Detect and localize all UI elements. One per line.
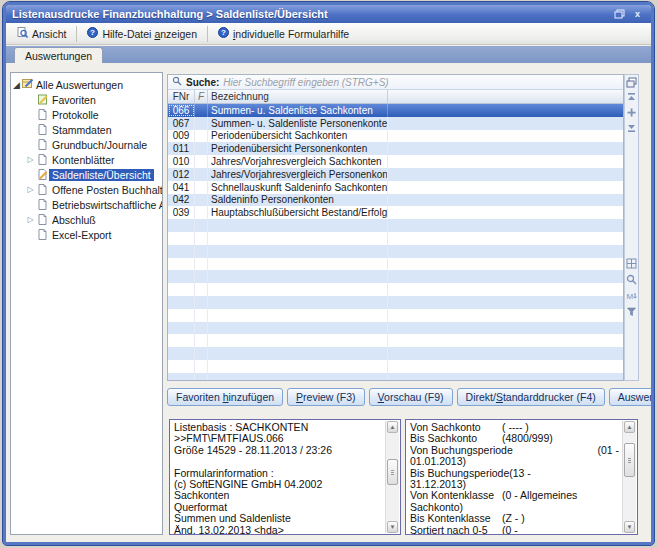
- windows-icon[interactable]: [626, 77, 637, 88]
- column-header-bezeichnung[interactable]: Bezeichnung: [208, 90, 388, 103]
- cell-fnr: [168, 309, 195, 322]
- table-row-empty[interactable]: [168, 258, 623, 271]
- tree-item-kontenblätter[interactable]: ▷Kontenblätter: [11, 152, 162, 167]
- table-row-empty[interactable]: [168, 309, 623, 322]
- help-icon: ?: [87, 27, 98, 40]
- info-label: Bis Kontenklasse: [410, 513, 502, 524]
- table-row-empty[interactable]: [168, 334, 623, 347]
- zoom-icon[interactable]: [626, 274, 637, 285]
- table-row-empty[interactable]: [168, 232, 623, 245]
- cell-bezeichnung: [208, 283, 388, 296]
- table-header[interactable]: FNr F Bezeichnung: [168, 90, 623, 104]
- cell-bezeichnung: [208, 360, 388, 373]
- table-row[interactable]: 010Jahres/Vorjahresvergleich Sachkonten: [168, 155, 623, 168]
- table-row[interactable]: 041Schnellauskunft Saldeninfo Sachkonten: [168, 181, 623, 194]
- tree-expanded-icon[interactable]: ◢: [11, 80, 22, 90]
- tree-item-stammdaten[interactable]: Stammdaten: [11, 122, 162, 137]
- table-row[interactable]: 039Hauptabschlußübersicht Bestand/Erfolg: [168, 206, 623, 219]
- cell-filler: [388, 142, 623, 155]
- cell-bezeichnung: Summen- u. Saldenliste Personenkonten: [208, 117, 388, 130]
- table-row[interactable]: 067Summen- u. Saldenliste Personenkonten: [168, 117, 623, 130]
- preview-f3--button[interactable]: Preview (F3): [287, 388, 365, 406]
- restore-icon[interactable]: [612, 8, 627, 21]
- cell-f: [195, 168, 208, 181]
- table-row[interactable]: 066Summen- u. Saldenliste Sachkonten: [168, 104, 623, 117]
- column-header-f[interactable]: F: [195, 90, 208, 103]
- toolbar-button-hilfe-datei-anzeigen[interactable]: ?Hilfe-Datei anzeigen: [80, 24, 204, 43]
- tree-item-label: Alle Auswertungen: [33, 79, 126, 91]
- scroll-bottom-icon[interactable]: [626, 122, 637, 133]
- toolbar-button-individuelle-formularhilfe[interactable]: ?individuelle Formularhilfe: [211, 24, 356, 43]
- scroll-top-icon[interactable]: [626, 92, 637, 103]
- table-row-empty[interactable]: [168, 219, 623, 232]
- table-row-empty[interactable]: [168, 347, 623, 360]
- tree-item-protokolle[interactable]: Protokolle: [11, 107, 162, 122]
- cell-f: [195, 258, 208, 271]
- selection-info-scrollbar[interactable]: ▲ ▼: [622, 421, 636, 533]
- table-row-empty[interactable]: [168, 283, 623, 296]
- column-header-fnr[interactable]: FNr: [168, 90, 195, 103]
- table-row-empty[interactable]: [168, 296, 623, 309]
- tree-item-saldenliste-übersicht[interactable]: Saldenliste/Übersicht: [11, 167, 162, 182]
- auswertung-drucken-button[interactable]: Auswertung drucken: [609, 388, 654, 406]
- tree-collapsed-icon[interactable]: ▷: [25, 155, 36, 164]
- cell-bezeichnung: [208, 232, 388, 245]
- close-icon[interactable]: x: [630, 8, 645, 21]
- tree-item-favoriten[interactable]: Favoriten: [11, 92, 162, 107]
- cell-bezeichnung: [208, 245, 388, 258]
- sort-icon[interactable]: M: [626, 290, 637, 301]
- search-bar[interactable]: Suche: Hier Suchbegriff eingeben (STRG+S…: [168, 75, 623, 90]
- cell-f: [195, 283, 208, 296]
- cell-f: [195, 206, 208, 219]
- page-icon: [36, 139, 49, 150]
- info-line: Sortiert nach 0-5(0 -: [410, 525, 621, 535]
- table-row-empty[interactable]: [168, 360, 623, 373]
- table-row-empty[interactable]: [168, 270, 623, 283]
- filter-icon[interactable]: [626, 306, 637, 317]
- scroll-down-icon[interactable]: ▼: [624, 521, 635, 533]
- tab-auswertungen[interactable]: Auswertungen: [14, 47, 103, 63]
- tree-item-grundbuch-journale[interactable]: Grundbuch/Journale: [11, 137, 162, 152]
- tree-item-abschluß[interactable]: ▷Abschluß: [11, 212, 162, 227]
- table-row[interactable]: 009Periodenübersicht Sachkonten: [168, 130, 623, 143]
- search-label: Suche:: [186, 77, 219, 88]
- scroll-down-icon[interactable]: ▼: [387, 521, 398, 533]
- table-row[interactable]: 012Jahres/Vorjahresvergleich Personenkon…: [168, 168, 623, 181]
- cell-filler: [388, 373, 623, 381]
- cell-fnr: 010: [168, 155, 195, 168]
- table-row-empty[interactable]: [168, 245, 623, 258]
- tree-item-betriebswirtschaftliche-auswertungen[interactable]: Betriebswirtschaftliche Auswertungen: [11, 197, 162, 212]
- cell-filler: [388, 130, 623, 143]
- scrollbar-thumb[interactable]: [387, 459, 398, 485]
- cell-filler: [388, 322, 623, 335]
- tree-item-offene-posten-buchhaltung[interactable]: ▷Offene Posten Buchhaltung: [11, 182, 162, 197]
- table-row[interactable]: 042Saldeninfo Personenkonten: [168, 194, 623, 207]
- form-info-scrollbar[interactable]: ▲ ▼: [385, 421, 399, 533]
- table-row-empty[interactable]: [168, 322, 623, 335]
- scroll-up-icon[interactable]: ▲: [387, 421, 398, 433]
- tree-item-excel-export[interactable]: Excel-Export: [11, 227, 162, 242]
- cell-filler: [388, 245, 623, 258]
- tree-collapsed-icon[interactable]: ▷: [25, 185, 36, 194]
- table-row-empty[interactable]: [168, 373, 623, 381]
- cell-bezeichnung: Jahres/Vorjahresvergleich Sachkonten: [208, 155, 388, 168]
- cell-fnr: [168, 245, 195, 258]
- tree-item-alle-auswertungen[interactable]: ◢Alle Auswertungen: [11, 77, 162, 92]
- vorschau-f9--button[interactable]: Vorschau (F9): [369, 388, 453, 406]
- favoriten-hinzuf-gen-button[interactable]: Favoriten hinzufügen: [167, 388, 283, 406]
- toolbar-button-ansicht[interactable]: Ansicht: [10, 24, 73, 43]
- direkt-standarddrucker-f4--button[interactable]: Direkt/Standarddrucker (F4): [457, 388, 605, 406]
- cell-fnr: 009: [168, 130, 195, 143]
- grid-icon[interactable]: [626, 258, 637, 269]
- cell-filler: [388, 181, 623, 194]
- scrollbar-thumb[interactable]: [624, 443, 635, 477]
- cell-bezeichnung: Periodenübersicht Personenkonten: [208, 142, 388, 155]
- cell-f: [195, 219, 208, 232]
- table-row[interactable]: 011Periodenübersicht Personenkonten: [168, 142, 623, 155]
- plus-icon[interactable]: [626, 107, 637, 118]
- scroll-up-icon[interactable]: ▲: [624, 421, 635, 433]
- tree-collapsed-icon[interactable]: ▷: [25, 215, 36, 224]
- folder-edit-icon: [22, 78, 33, 91]
- cell-filler: [388, 194, 623, 207]
- cell-filler: [388, 296, 623, 309]
